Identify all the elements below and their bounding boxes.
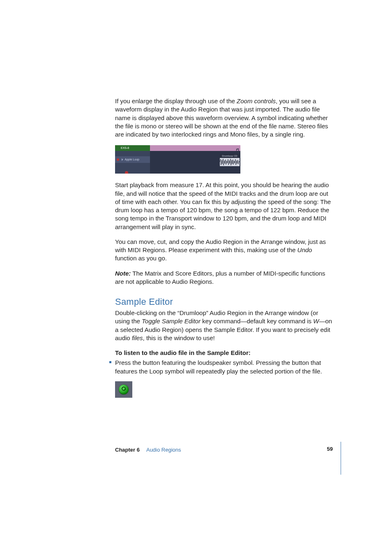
note-label: Note: xyxy=(115,270,131,277)
svg-rect-1 xyxy=(220,158,240,166)
italic-files: files xyxy=(132,334,143,341)
paragraph-move-cut-copy: You can move, cut, and copy the Audio Re… xyxy=(115,238,333,263)
text: , this is the window to use! xyxy=(143,334,215,341)
red-indicator xyxy=(125,171,128,174)
italic-w-key: W xyxy=(313,318,319,325)
chapter-title: Audio Regions xyxy=(146,447,181,453)
content-column: If you enlarge the display through use o… xyxy=(115,97,333,398)
paragraph-zoom-controls: If you enlarge the display through use o… xyxy=(115,97,333,139)
loop-icon xyxy=(121,386,127,393)
text: You can move, cut, and copy the Audio Re… xyxy=(115,238,326,253)
italic-zoom-controls: Zoom controls xyxy=(237,97,276,104)
track-green-label: EXS-8 xyxy=(121,146,129,149)
document-page: If you enlarge the display through use o… xyxy=(0,0,392,538)
audio-region-label: Drumloop CD xyxy=(220,154,240,158)
paragraph-sample-editor-intro: Double-clicking on the “Drumloop” Audio … xyxy=(115,309,333,342)
figure-arrange-window: EXS-8 Apple Loop Drumloop CD xyxy=(115,145,240,174)
list-item-text: Press the button featuring the loudspeak… xyxy=(115,359,322,374)
footer-rule xyxy=(341,442,341,475)
paragraph-playback: Start playback from measure 17. At this … xyxy=(115,181,333,231)
square-bullet-icon xyxy=(109,361,111,363)
list-item: Press the button featuring the loudspeak… xyxy=(115,359,333,376)
record-icon xyxy=(116,158,120,162)
track-green-bar: EXS-8 xyxy=(115,145,150,151)
page-footer: Chapter 6Audio Regions 59 xyxy=(115,446,333,456)
note-paragraph: Note: The Matrix and Score Editors, plus… xyxy=(115,269,333,286)
track-label: Apple Loop xyxy=(125,158,139,161)
note-text: The Matrix and Score Editors, plus a num… xyxy=(115,270,325,285)
chevron-icon xyxy=(121,158,124,162)
instruction-list: Press the button featuring the loudspeak… xyxy=(115,359,333,376)
loop-button xyxy=(119,385,129,394)
section-heading-sample-editor: Sample Editor xyxy=(115,297,333,307)
waveform-thumbnail xyxy=(220,158,240,166)
music-note-icon xyxy=(235,146,240,149)
figure-loop-button xyxy=(115,381,132,398)
track-header: Apple Loop xyxy=(115,156,150,163)
text: key command—default key command is xyxy=(201,318,313,325)
text: If you enlarge the display through use o… xyxy=(115,97,237,104)
text: function as you go. xyxy=(115,255,167,262)
italic-toggle-sample-editor: Toggle Sample Editor xyxy=(142,318,201,325)
italic-undo: Undo xyxy=(297,246,312,253)
instruction-heading: To listen to the audio file in the Sampl… xyxy=(115,349,333,357)
page-number: 59 xyxy=(327,446,333,452)
region-pink-bar xyxy=(150,145,240,151)
svg-point-0 xyxy=(117,158,119,161)
chapter-number: Chapter 6 xyxy=(115,447,140,453)
footer-chapter: Chapter 6Audio Regions xyxy=(115,447,181,453)
